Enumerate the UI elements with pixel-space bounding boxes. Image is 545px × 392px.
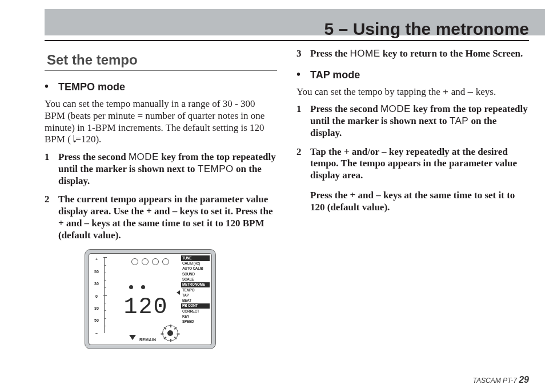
scale-30: 30 <box>94 282 99 287</box>
page-number: 29 <box>519 375 529 385</box>
lcd-menu-item: METRONOME <box>181 282 210 287</box>
lcd-menu-item: TAP <box>181 293 210 298</box>
text: Press the second <box>310 103 380 114</box>
marker-dots <box>129 285 145 289</box>
lcd-menu-item: CALIB (Hz) <box>181 261 210 266</box>
lcd-menu-item: AUTO CALIB <box>181 266 210 271</box>
tap-mode-heading: TAP mode <box>310 69 360 82</box>
tap-mode-steps: Press the second MODE key from the top r… <box>296 103 529 181</box>
tempo-step-3: Press the HOME key to return to the Home… <box>296 48 529 60</box>
tempo-mode-steps: Press the second MODE key from the top r… <box>45 151 277 241</box>
dot-icon <box>129 285 133 289</box>
lcd-menu-item: KEY <box>181 314 210 319</box>
footer-brand: TASCAM PT-7 <box>473 377 519 385</box>
lcd-menu-item: SPEED <box>181 319 210 325</box>
lcd-menu-item: TEMPO <box>181 287 210 293</box>
beat-indicators <box>123 258 177 265</box>
key-minus: – <box>468 86 474 97</box>
bullet-icon: • <box>296 69 310 80</box>
text: key to return to the Home Screen. <box>380 48 523 59</box>
lcd-meter <box>104 257 107 333</box>
page-body: Set the tempo • TEMPO mode You can set t… <box>45 48 529 370</box>
beat-dot-icon <box>162 258 169 265</box>
tempo-mode-heading: TEMPO mode <box>58 81 125 94</box>
lcd-frame: + 50 30 0 30 50 – <box>85 249 216 349</box>
tempo-mode-lead: You can set the tempo manually in a rang… <box>45 98 277 146</box>
text: and <box>449 86 468 97</box>
scale-50: 50 <box>94 270 99 275</box>
lcd-scale: + 50 30 0 30 50 – <box>90 257 103 335</box>
scale-m50: 50 <box>94 318 99 323</box>
tempo-step-2: The current tempo appears in the paramet… <box>45 194 277 241</box>
text: Press the <box>310 48 350 59</box>
text: keys. <box>474 86 496 97</box>
beat-dot-icon <box>152 258 159 265</box>
tap-step-2: Tap the + and/or – key repeatedly at the… <box>296 146 529 182</box>
lcd-menu-item: TUNE <box>181 255 210 261</box>
beat-dot-icon <box>131 258 138 265</box>
chapter-title: 5 – Using the metronome <box>324 19 529 39</box>
tap-mode-heading-row: • TAP mode <box>296 68 529 86</box>
lcd-menu-item: SCALE <box>181 277 210 282</box>
dot-icon <box>141 285 145 289</box>
tap-mode-note: Press the + and – keys at the same time … <box>310 190 529 213</box>
key-plus: + <box>443 86 448 97</box>
lcd-menu-item: BEAT <box>181 298 210 303</box>
scale-0: 0 <box>95 294 98 299</box>
lcd-tempo-value: 120 <box>115 294 177 322</box>
bullet-icon: • <box>45 81 58 92</box>
remain-label: REMAIN <box>139 338 156 343</box>
jog-wheel-icon <box>162 325 178 341</box>
lcd-screen: + 50 30 0 30 50 – <box>89 253 212 345</box>
lcd-menu-item: SOUND <box>181 271 210 277</box>
key-tempo: TEMPO <box>198 163 234 174</box>
key-mode: MODE <box>380 103 411 114</box>
key-mode: MODE <box>129 151 159 162</box>
header-rule <box>45 40 529 41</box>
scale-m30: 30 <box>94 306 99 311</box>
tap-mode-lead: You can set the tempo by tapping the + a… <box>296 86 529 98</box>
scale-minus: – <box>95 331 98 336</box>
tap-step-1: Press the second MODE key from the top r… <box>296 103 529 139</box>
key-tap: TAP <box>450 115 468 126</box>
scale-plus: + <box>95 257 98 262</box>
lcd-menu-item: CORRECT <box>181 309 210 314</box>
lcd-figure: + 50 30 0 30 50 – <box>85 249 277 349</box>
lcd-menu: TUNECALIB (Hz)AUTO CALIBSOUNDSCALEMETRON… <box>181 255 210 343</box>
beat-dot-icon <box>142 258 149 265</box>
header-bar: 5 – Using the metronome <box>45 9 545 35</box>
remain-arrow-icon <box>129 335 136 340</box>
page-footer: TASCAM PT-7 29 <box>473 375 529 385</box>
text: You can set the tempo by tapping the <box>296 86 443 97</box>
tempo-step-1: Press the second MODE key from the top r… <box>45 151 277 187</box>
tempo-mode-heading-row: • TEMPO mode <box>45 80 277 98</box>
lcd-menu-item: PB CONT <box>181 303 210 309</box>
tempo-mode-steps-cont: Press the HOME key to return to the Home… <box>296 48 529 60</box>
key-home: HOME <box>350 48 380 59</box>
section-title: Set the tempo <box>45 48 277 71</box>
text: Press the second <box>58 151 129 162</box>
